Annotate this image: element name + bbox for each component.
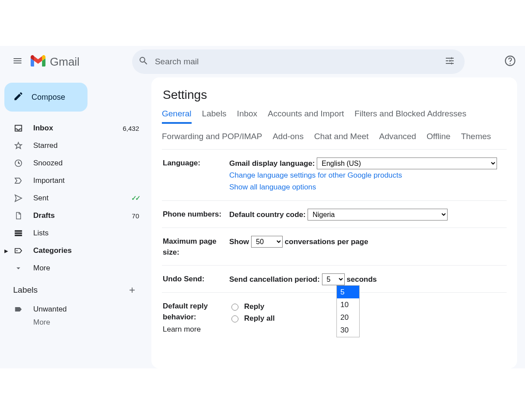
chevron-right-icon: ▸: [4, 246, 8, 256]
sidebar-item-more[interactable]: More: [0, 259, 148, 277]
row-label: Default reply behavior: Learn more: [163, 301, 229, 335]
pencil-icon: [13, 91, 24, 103]
compose-label: Compose: [32, 93, 65, 102]
gmail-logo-text: Gmail: [50, 55, 80, 69]
tab-inbox[interactable]: Inbox: [237, 109, 257, 124]
svg-rect-1: [15, 230, 22, 231]
main-menu-button[interactable]: [7, 51, 28, 72]
page-size-suffix: conversations per page: [285, 238, 368, 246]
page-size-select[interactable]: 50: [251, 236, 283, 248]
row-label: Language:: [163, 158, 229, 193]
settings-row-reply: Default reply behavior: Learn more Reply…: [162, 292, 507, 342]
plus-icon: +: [129, 284, 135, 296]
field-label: Default country code:: [229, 210, 306, 219]
page-title: Settings: [163, 88, 507, 102]
draft-icon: [13, 210, 24, 221]
tab-offline[interactable]: Offline: [427, 132, 451, 145]
reply-label: Reply: [244, 301, 264, 312]
sidebar-item-important[interactable]: Important: [0, 172, 148, 189]
tab-advanced[interactable]: Advanced: [379, 132, 416, 145]
sidebar-item-categories[interactable]: ▸Categories: [0, 242, 148, 259]
reply-all-radio[interactable]: [231, 315, 238, 322]
page-size-prefix: Show: [229, 238, 249, 246]
svg-point-4: [16, 250, 18, 252]
compose-button[interactable]: Compose: [4, 83, 88, 112]
language-select[interactable]: English (US): [317, 158, 497, 169]
tab-filters-and-blocked-addresses[interactable]: Filters and Blocked Addresses: [354, 109, 466, 124]
reply-radio[interactable]: [231, 304, 238, 311]
labels-header: Labels: [13, 285, 38, 295]
sidebar-item-label: Sent: [33, 194, 129, 203]
search-icon: [138, 56, 149, 68]
change-language-link[interactable]: Change language settings for other Googl…: [229, 171, 402, 179]
undo-send-select[interactable]: 5: [322, 273, 345, 285]
sidebar-item-count: 70: [132, 212, 139, 220]
label-item-text: Unwanted: [33, 305, 139, 314]
search-bar[interactable]: [132, 49, 465, 74]
label-item-unwanted[interactable]: Unwanted: [0, 301, 148, 318]
categories-icon: [13, 245, 24, 256]
gmail-logo-icon: [31, 55, 46, 68]
svg-rect-3: [15, 234, 22, 236]
sidebar-item-label: Inbox: [33, 124, 122, 133]
add-label-button[interactable]: +: [126, 284, 138, 296]
lists-icon: [13, 228, 24, 238]
undo-option-10[interactable]: 10: [337, 298, 359, 311]
sidebar-item-inbox[interactable]: Inbox6,432: [0, 119, 148, 137]
help-button[interactable]: [501, 53, 519, 70]
tab-themes[interactable]: Themes: [461, 132, 491, 145]
settings-row-undo-send: Undo Send: Send cancellation period: 5 s…: [162, 265, 507, 292]
reply-all-label: Reply all: [244, 312, 275, 324]
sidebar-item-lists[interactable]: Lists: [0, 224, 148, 242]
tab-forwarding-and-pop-imap[interactable]: Forwarding and POP/IMAP: [162, 132, 262, 145]
sidebar-item-sent[interactable]: Sent✓✓: [0, 189, 148, 207]
tab-chat-and-meet[interactable]: Chat and Meet: [314, 132, 369, 145]
star-icon: [13, 140, 24, 151]
send-icon: [13, 193, 24, 203]
sidebar-item-label: More: [33, 264, 139, 273]
label-icon: [13, 304, 24, 315]
settings-row-phone: Phone numbers: Default country code: Nig…: [162, 200, 507, 228]
important-icon: [13, 175, 24, 186]
undo-send-dropdown[interactable]: 5102030: [336, 285, 360, 337]
undo-option-20[interactable]: 20: [337, 311, 359, 324]
search-options-button[interactable]: [441, 53, 458, 70]
tune-icon: [444, 56, 455, 68]
sidebar-item-label: Important: [33, 176, 139, 185]
sidebar-item-label: Starred: [33, 141, 139, 150]
sidebar-item-label: Categories: [33, 246, 139, 255]
field-label: Send cancellation period:: [229, 275, 320, 284]
tab-general[interactable]: General: [162, 109, 192, 124]
search-input[interactable]: [154, 56, 441, 67]
undo-option-30[interactable]: 30: [337, 324, 359, 336]
show-all-languages-link[interactable]: Show all language options: [229, 183, 316, 191]
sidebar-item-snoozed[interactable]: Snoozed: [0, 154, 148, 172]
inbox-icon: [13, 123, 24, 133]
tab-accounts-and-import[interactable]: Accounts and Import: [268, 109, 344, 124]
row-label: Phone numbers:: [163, 209, 229, 220]
hamburger-icon: [12, 56, 23, 68]
learn-more-link[interactable]: Learn more: [163, 324, 229, 335]
row-label: Maximum page size:: [163, 236, 229, 258]
sidebar-more-hidden: More: [0, 318, 148, 327]
settings-row-page-size: Maximum page size: Show 50 conversations…: [162, 228, 507, 265]
undo-option-5[interactable]: 5: [337, 286, 359, 298]
gmail-logo[interactable]: Gmail: [31, 55, 80, 69]
more-icon: [13, 263, 24, 273]
tab-labels[interactable]: Labels: [202, 109, 227, 124]
undo-suffix: seconds: [346, 275, 377, 284]
sidebar-item-label: Drafts: [33, 211, 132, 220]
sidebar-item-drafts[interactable]: Drafts70: [0, 207, 148, 224]
checkmark-icon: ✓✓: [131, 194, 139, 202]
field-label: Gmail display language:: [229, 159, 315, 168]
clock-icon: [13, 158, 24, 168]
country-code-select[interactable]: Nigeria: [308, 209, 448, 220]
sidebar-item-label: Snoozed: [33, 159, 139, 168]
sidebar-item-count: 6,432: [122, 125, 139, 132]
sidebar-item-starred[interactable]: Starred: [0, 137, 148, 154]
settings-row-language: Language: Gmail display language: Englis…: [162, 149, 507, 200]
sidebar-item-label: Lists: [33, 229, 139, 238]
row-label: Undo Send:: [163, 273, 229, 285]
help-icon: [504, 55, 516, 68]
tab-add-ons[interactable]: Add-ons: [273, 132, 304, 145]
